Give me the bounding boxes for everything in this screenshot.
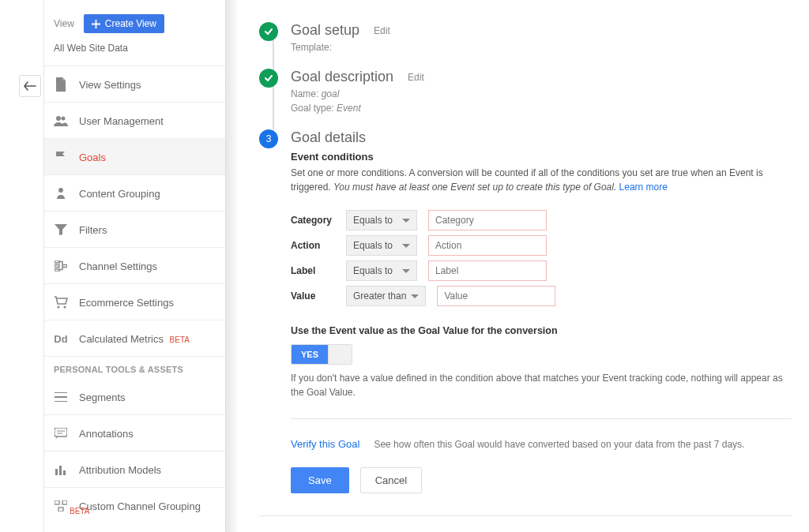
plus-icon bbox=[92, 20, 100, 28]
svg-point-1 bbox=[62, 117, 66, 121]
create-view-button[interactable]: Create View bbox=[84, 14, 164, 33]
use-event-value-heading: Use the Event value as the Goal Value fo… bbox=[291, 325, 792, 336]
svg-point-3 bbox=[58, 306, 60, 309]
sidebar-item-filters[interactable]: Filters bbox=[44, 212, 225, 247]
svg-rect-6 bbox=[59, 396, 62, 398]
toggle-knob bbox=[328, 345, 352, 364]
event-conditions-heading: Event conditions bbox=[291, 151, 792, 163]
bars-icon bbox=[54, 463, 68, 477]
channel-icon bbox=[54, 259, 68, 273]
chevron-down-icon bbox=[411, 294, 419, 298]
view-label: View bbox=[54, 18, 74, 29]
save-button[interactable]: Save bbox=[291, 467, 349, 493]
sidebar-item-segments[interactable]: Segments bbox=[44, 379, 225, 414]
action-input[interactable] bbox=[428, 235, 547, 256]
sidebar-item-goals[interactable]: Goals bbox=[44, 139, 225, 174]
category-input[interactable] bbox=[428, 210, 547, 230]
nav-label: Attribution Models bbox=[79, 464, 161, 476]
use-event-value-hint: If you don't have a value defined in the… bbox=[291, 371, 792, 399]
sidebar-item-user-management[interactable]: User Management bbox=[44, 103, 225, 138]
label-operator-dropdown[interactable]: Equals to bbox=[346, 260, 417, 281]
svg-point-2 bbox=[58, 188, 63, 193]
category-operator-dropdown[interactable]: Equals to bbox=[346, 210, 417, 230]
toggle-yes-label: YES bbox=[292, 345, 328, 364]
step-badge-done-2 bbox=[259, 69, 278, 88]
sidebar-item-attribution-models[interactable]: Attribution Models bbox=[44, 451, 225, 487]
sidebar-item-channel-settings[interactable]: Channel Settings bbox=[44, 248, 225, 283]
nav-label: Content Grouping bbox=[79, 188, 160, 200]
all-web-site-data[interactable]: All Web Site Data bbox=[44, 39, 225, 66]
verify-goal-link[interactable]: Verify this Goal bbox=[291, 438, 359, 450]
svg-rect-12 bbox=[55, 500, 59, 504]
value-operator-dropdown[interactable]: Greater than bbox=[346, 286, 426, 306]
nav-label: Channel Settings bbox=[79, 260, 157, 272]
learn-more-link[interactable]: Learn more bbox=[619, 182, 668, 193]
main-content: Goal setup Edit Template: Goal descripti… bbox=[237, 0, 809, 532]
check-icon bbox=[263, 73, 274, 84]
nav-label: Calculated Metrics BETA bbox=[79, 333, 190, 345]
flag-icon bbox=[54, 150, 68, 164]
svg-point-0 bbox=[56, 116, 61, 121]
svg-point-4 bbox=[64, 306, 66, 309]
label-input[interactable] bbox=[428, 260, 547, 281]
svg-rect-13 bbox=[62, 500, 67, 504]
divider bbox=[259, 515, 792, 516]
event-conditions-desc: Set one or more conditions. A conversion… bbox=[291, 166, 792, 194]
segments-icon bbox=[54, 390, 68, 404]
svg-rect-14 bbox=[58, 508, 63, 511]
personal-tools-header: PERSONAL TOOLS & ASSETS bbox=[44, 357, 225, 379]
sidebar-item-content-grouping[interactable]: Content Grouping bbox=[44, 175, 225, 211]
step-badge-done-1 bbox=[259, 22, 278, 41]
divider bbox=[291, 418, 792, 419]
check-icon bbox=[263, 26, 274, 37]
chevron-down-icon bbox=[402, 244, 410, 248]
goal-setup-meta: Template: bbox=[291, 42, 792, 53]
funnel-icon bbox=[54, 223, 68, 237]
svg-rect-11 bbox=[63, 470, 66, 475]
goal-description-name: Name: goal bbox=[291, 88, 792, 99]
category-label: Category bbox=[291, 215, 335, 226]
nav-label: Segments bbox=[79, 392, 126, 403]
svg-rect-5 bbox=[55, 392, 57, 393]
action-label: Action bbox=[291, 240, 335, 251]
sidebar-item-annotations[interactable]: Annotations bbox=[44, 415, 225, 451]
create-view-label: Create View bbox=[105, 18, 156, 29]
nav-label: Filters bbox=[79, 224, 107, 236]
nav-label: Goals bbox=[79, 152, 106, 163]
annotation-icon bbox=[54, 426, 68, 440]
back-arrow-icon bbox=[24, 81, 36, 91]
goal-description-edit-link[interactable]: Edit bbox=[408, 72, 424, 83]
page-icon bbox=[54, 77, 68, 92]
sidebar-item-ecommerce-settings[interactable]: Ecommerce Settings bbox=[44, 284, 225, 320]
nav-label: Annotations bbox=[79, 428, 134, 440]
cart-icon bbox=[54, 295, 68, 309]
chevron-down-icon bbox=[402, 219, 410, 223]
step-badge-active: 3 bbox=[259, 129, 278, 148]
grouping-icon bbox=[54, 499, 68, 513]
goal-details-title: Goal details bbox=[291, 129, 366, 146]
svg-rect-9 bbox=[55, 469, 58, 475]
cancel-button[interactable]: Cancel bbox=[360, 467, 422, 493]
svg-rect-7 bbox=[64, 401, 66, 402]
goal-setup-edit-link[interactable]: Edit bbox=[374, 25, 390, 36]
goal-setup-title: Goal setup bbox=[291, 22, 359, 39]
person-star-icon bbox=[54, 186, 68, 200]
nav-label: Custom Channel Grouping bbox=[79, 500, 201, 512]
nav-label: Ecommerce Settings bbox=[79, 297, 174, 309]
sidebar: View Create View All Web Site Data View … bbox=[43, 0, 225, 532]
value-input[interactable] bbox=[437, 286, 555, 306]
dd-icon: Dd bbox=[54, 332, 68, 346]
nav-label: View Settings bbox=[79, 79, 141, 91]
goal-description-type: Goal type: Event bbox=[291, 103, 792, 114]
back-button[interactable] bbox=[19, 75, 41, 97]
sidebar-item-view-settings[interactable]: View Settings bbox=[44, 66, 225, 102]
use-event-value-toggle[interactable]: YES bbox=[291, 344, 352, 365]
svg-rect-10 bbox=[59, 466, 62, 475]
goal-description-title: Goal description bbox=[291, 69, 393, 85]
sidebar-item-calculated-metrics[interactable]: Dd Calculated Metrics BETA bbox=[44, 320, 225, 356]
action-operator-dropdown[interactable]: Equals to bbox=[346, 235, 417, 256]
resize-handle[interactable] bbox=[225, 0, 237, 532]
svg-rect-8 bbox=[55, 428, 67, 436]
label-label: Label bbox=[291, 265, 335, 276]
chevron-down-icon bbox=[402, 269, 410, 273]
